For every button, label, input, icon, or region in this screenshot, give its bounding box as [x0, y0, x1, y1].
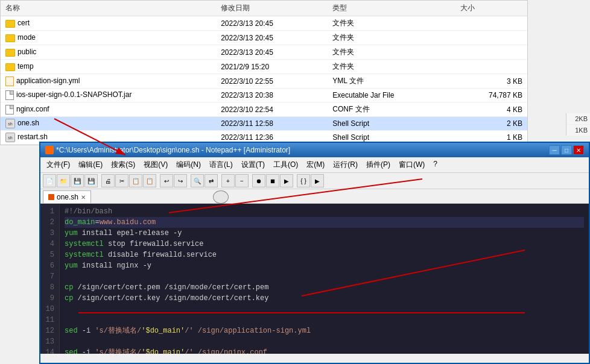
file-size-cell: 3 KB [455, 74, 527, 89]
copy-button[interactable]: 📋 [129, 174, 142, 187]
menu-item[interactable]: 宏(M) [303, 158, 328, 171]
file-explorer: 名称 修改日期 类型 大小 cert 2022/3/13 20:45 文件夹 m… [0, 0, 528, 145]
tab-close-button[interactable]: ✕ [81, 194, 86, 201]
new-button[interactable]: 📄 [43, 174, 56, 187]
file-type-cell: Executable Jar File [328, 89, 455, 102]
code-line: yum install nginx -y [65, 260, 584, 271]
code-editor[interactable]: 1234567891011121314151617181920 #!/bin/b… [40, 204, 589, 354]
file-type-cell: 文件夹 [328, 60, 455, 74]
folder-icon [5, 49, 15, 57]
menu-item[interactable]: 编码(N) [173, 158, 205, 171]
maximize-button[interactable]: □ [561, 145, 572, 155]
minimize-button[interactable]: ─ [549, 145, 560, 155]
file-size-cell: 4 KB [455, 102, 527, 117]
menu-item[interactable]: 语言(L) [206, 158, 236, 171]
zoom-out-button[interactable]: − [235, 174, 249, 187]
table-row[interactable]: application-sign.yml 2022/3/10 22:55 YML… [1, 74, 527, 89]
zoom-in-button[interactable]: + [221, 174, 235, 187]
file-date-cell: 2022/3/10 22:55 [216, 74, 328, 89]
code-line: #!/bin/bash [65, 206, 584, 217]
replace-button[interactable]: ⇄ [205, 174, 218, 187]
file-date-cell: 2022/3/13 20:45 [216, 45, 328, 60]
table-row[interactable]: mode 2022/3/13 20:45 文件夹 [1, 31, 527, 45]
table-row[interactable]: ios-super-sign-0.0.1-SNAPSHOT.jar 2022/3… [1, 89, 527, 102]
tab-one-sh[interactable]: one.sh ✕ [43, 190, 91, 203]
file-icon [5, 105, 14, 115]
code-line [65, 336, 584, 347]
redo-button[interactable]: ↪ [174, 174, 187, 187]
code-line: yum install epel-release -y [65, 228, 584, 239]
menu-item[interactable]: 文件(F) [43, 158, 74, 171]
file-size-cell [455, 45, 527, 60]
table-row[interactable]: shone.sh 2022/3/11 12:58 Shell Script 2 … [1, 117, 527, 131]
notepad-titlebar: *C:\Users\Administrator\Desktop\sign\one… [40, 143, 589, 157]
menu-item[interactable]: 运行(R) [329, 158, 361, 171]
menu-item[interactable]: 编辑(E) [75, 158, 106, 171]
col-name-header[interactable]: 名称 [1, 1, 216, 16]
menu-item[interactable]: 窗口(W) [395, 158, 428, 171]
macro-button[interactable]: ⏺ [252, 174, 265, 187]
menu-item[interactable]: 视图(V) [140, 158, 171, 171]
notepad-tabs: one.sh ✕ [40, 189, 589, 204]
code-line: do_main=www.baidu.com [65, 217, 584, 228]
file-type-cell: CONF 文件 [328, 102, 455, 117]
file-name-cell: public [1, 45, 216, 60]
folder-icon [5, 63, 15, 71]
file-type-cell: 文件夹 [328, 45, 455, 60]
macro-play-button[interactable]: ▶ [280, 174, 293, 187]
table-row[interactable]: public 2022/3/13 20:45 文件夹 [1, 45, 527, 60]
table-row[interactable]: cert 2022/3/13 20:45 文件夹 [1, 16, 527, 31]
code-line [65, 271, 584, 282]
size-column: 2KB 1KB [566, 113, 590, 136]
notepad-window: *C:\Users\Administrator\Desktop\sign\one… [39, 142, 590, 364]
file-type-cell: Shell Script [328, 117, 455, 131]
line-numbers: 1234567891011121314151617181920 [40, 204, 60, 354]
save-button[interactable]: 💾 [71, 174, 84, 187]
print-button[interactable]: 🖨 [101, 174, 115, 187]
save-all-button[interactable]: 💾 [84, 174, 98, 187]
file-size-cell [455, 31, 527, 45]
close-button[interactable]: ✕ [573, 145, 584, 155]
col-type-header: 类型 [328, 1, 455, 16]
size-1kb: 1KB [566, 125, 590, 136]
notepad-menubar: 文件(F)编辑(E)搜索(S)视图(V)编码(N)语言(L)设置(T)工具(O)… [40, 157, 589, 173]
file-date-cell: 2022/3/10 22:54 [216, 102, 328, 117]
col-size-header: 大小 [455, 1, 527, 16]
menu-item[interactable]: 设置(T) [238, 158, 268, 171]
search-circle [213, 190, 229, 204]
table-row[interactable]: nginx.conf 2022/3/10 22:54 CONF 文件 4 KB [1, 102, 527, 117]
cut-button[interactable]: ✂ [115, 174, 128, 187]
table-row[interactable]: temp 2021/2/9 15:20 文件夹 [1, 60, 527, 74]
tab-filename: one.sh [57, 193, 78, 201]
menu-item[interactable]: 插件(P) [363, 158, 394, 171]
menu-item[interactable]: ? [430, 158, 441, 171]
open-button[interactable]: 📁 [57, 174, 70, 187]
code-line [65, 315, 584, 325]
file-size-cell [455, 60, 527, 74]
run-button[interactable]: ▶ [311, 174, 324, 187]
file-date-cell: 2022/3/13 20:45 [216, 31, 328, 45]
notepad-title: *C:\Users\Administrator\Desktop\sign\one… [56, 146, 290, 154]
file-size-cell: 2 KB [455, 117, 527, 131]
syntax-button[interactable]: { } [297, 174, 310, 187]
file-type-cell: YML 文件 [328, 74, 455, 89]
menu-item[interactable]: 搜索(S) [107, 158, 139, 171]
titlebar-buttons: ─ □ ✕ [549, 145, 584, 155]
file-name-cell: nginx.conf [1, 102, 216, 117]
file-icon [5, 90, 14, 100]
code-content[interactable]: #!/bin/bashdo_main=www.baidu.comyum inst… [60, 204, 589, 354]
file-table: 名称 修改日期 类型 大小 cert 2022/3/13 20:45 文件夹 m… [1, 1, 527, 145]
sh-file-icon: sh [5, 133, 15, 142]
file-date-cell: 2022/3/13 20:45 [216, 16, 328, 31]
notepad-app-icon [45, 146, 54, 154]
file-size-cell: 74,787 KB [455, 89, 527, 102]
menu-item[interactable]: 工具(O) [270, 158, 302, 171]
find-button[interactable]: 🔍 [191, 174, 204, 187]
paste-button[interactable]: 📋 [143, 174, 156, 187]
folder-icon [5, 34, 15, 42]
col-date-header[interactable]: 修改日期 [216, 1, 328, 16]
file-name-cell: cert [1, 16, 216, 31]
undo-button[interactable]: ↩ [160, 174, 173, 187]
macro-stop-button[interactable]: ⏹ [266, 174, 279, 187]
code-line [65, 304, 584, 315]
